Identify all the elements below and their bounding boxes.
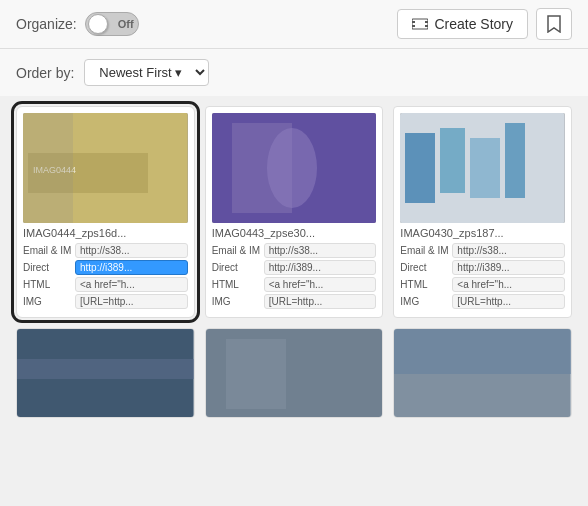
photo-card-3[interactable]: IMAG0430_zps187... Email & IM http://s38… bbox=[393, 106, 572, 318]
svg-rect-0 bbox=[412, 19, 428, 29]
html-row-1: HTML <a href="h... bbox=[23, 277, 188, 292]
svg-rect-13 bbox=[405, 133, 435, 203]
svg-point-11 bbox=[267, 128, 317, 208]
email-im-value-1[interactable]: http://s38... bbox=[75, 243, 188, 258]
html-value-1[interactable]: <a href="h... bbox=[75, 277, 188, 292]
svg-rect-8 bbox=[23, 113, 73, 223]
create-story-button[interactable]: Create Story bbox=[397, 9, 528, 39]
direct-value-2[interactable]: http://i389... bbox=[264, 260, 377, 275]
email-im-value-2[interactable]: http://s38... bbox=[264, 243, 377, 258]
bookmark-icon bbox=[547, 15, 561, 33]
photo-name-3: IMAG0430_zps187... bbox=[400, 227, 565, 239]
photos-grid: IMAG0444 IMAG0444_zps16d... Email & IM h… bbox=[0, 96, 588, 328]
img-row-3: IMG [URL=http... bbox=[400, 294, 565, 309]
bookmark-button[interactable] bbox=[536, 8, 572, 40]
img-row-1: IMG [URL=http... bbox=[23, 294, 188, 309]
direct-label-2: Direct bbox=[212, 262, 264, 273]
html-label-3: HTML bbox=[400, 279, 452, 290]
direct-value-3[interactable]: http://i389... bbox=[452, 260, 565, 275]
thumb-small-1 bbox=[17, 329, 194, 418]
email-im-label-1: Email & IM bbox=[23, 245, 75, 256]
order-select[interactable]: Newest First ▾ Oldest First Name A-Z bbox=[84, 59, 209, 86]
email-im-label-2: Email & IM bbox=[212, 245, 264, 256]
html-label-1: HTML bbox=[23, 279, 75, 290]
thumb-small-3 bbox=[394, 329, 571, 418]
img-label-1: IMG bbox=[23, 296, 75, 307]
svg-rect-4 bbox=[425, 25, 428, 27]
photo-card-small-2[interactable] bbox=[205, 328, 384, 418]
organize-label: Organize: bbox=[16, 16, 77, 32]
email-im-row-1: Email & IM http://s38... bbox=[23, 243, 188, 258]
svg-rect-3 bbox=[425, 21, 428, 23]
photo-card-small-1[interactable] bbox=[16, 328, 195, 418]
img-label-2: IMG bbox=[212, 296, 264, 307]
organize-toggle[interactable]: Off bbox=[85, 12, 139, 36]
html-label-2: HTML bbox=[212, 279, 264, 290]
organize-section: Organize: Off bbox=[16, 12, 139, 36]
photo-card-2[interactable]: IMAG0443_zpse30... Email & IM http://s38… bbox=[205, 106, 384, 318]
toggle-state-label: Off bbox=[118, 18, 134, 30]
html-row-3: HTML <a href="h... bbox=[400, 277, 565, 292]
photo-name-2: IMAG0443_zpse30... bbox=[212, 227, 377, 239]
email-im-row-2: Email & IM http://s38... bbox=[212, 243, 377, 258]
html-value-2[interactable]: <a href="h... bbox=[264, 277, 377, 292]
thumb-small-2 bbox=[206, 329, 383, 418]
photo-thumb-1: IMAG0444 bbox=[23, 113, 188, 223]
order-label: Order by: bbox=[16, 65, 74, 81]
order-bar: Order by: Newest First ▾ Oldest First Na… bbox=[0, 49, 588, 96]
top-buttons: Create Story bbox=[397, 8, 572, 40]
film-icon bbox=[412, 17, 428, 31]
photo-card-1[interactable]: IMAG0444 IMAG0444_zps16d... Email & IM h… bbox=[16, 106, 195, 318]
top-bar: Organize: Off Create Story bbox=[0, 0, 588, 49]
svg-rect-2 bbox=[412, 25, 415, 27]
photo-thumb-3 bbox=[400, 113, 565, 223]
thumb-image-2 bbox=[212, 113, 377, 223]
photo-name-1: IMAG0444_zps16d... bbox=[23, 227, 188, 239]
svg-rect-22 bbox=[394, 329, 571, 374]
toggle-knob bbox=[88, 14, 108, 34]
thumb-image-1: IMAG0444 bbox=[23, 113, 188, 223]
svg-rect-20 bbox=[226, 339, 286, 409]
create-story-label: Create Story bbox=[434, 16, 513, 32]
html-value-3[interactable]: <a href="h... bbox=[452, 277, 565, 292]
svg-rect-15 bbox=[470, 138, 500, 198]
img-row-2: IMG [URL=http... bbox=[212, 294, 377, 309]
direct-label-3: Direct bbox=[400, 262, 452, 273]
photo-card-small-3[interactable] bbox=[393, 328, 572, 418]
email-im-row-3: Email & IM http://s38... bbox=[400, 243, 565, 258]
thumb-image-3 bbox=[400, 113, 565, 223]
img-value-3[interactable]: [URL=http... bbox=[452, 294, 565, 309]
direct-label-1: Direct bbox=[23, 262, 75, 273]
img-value-1[interactable]: [URL=http... bbox=[75, 294, 188, 309]
direct-row-3: Direct http://i389... bbox=[400, 260, 565, 275]
html-row-2: HTML <a href="h... bbox=[212, 277, 377, 292]
img-label-3: IMG bbox=[400, 296, 452, 307]
direct-value-1[interactable]: http://i389... bbox=[75, 260, 188, 275]
photos-row2 bbox=[0, 328, 588, 428]
svg-rect-16 bbox=[505, 123, 525, 198]
email-im-label-3: Email & IM bbox=[400, 245, 452, 256]
direct-row-1: Direct http://i389... bbox=[23, 260, 188, 275]
photo-thumb-2 bbox=[212, 113, 377, 223]
svg-rect-18 bbox=[17, 359, 194, 379]
email-im-value-3[interactable]: http://s38... bbox=[452, 243, 565, 258]
svg-rect-14 bbox=[440, 128, 465, 193]
direct-row-2: Direct http://i389... bbox=[212, 260, 377, 275]
svg-rect-1 bbox=[412, 21, 415, 23]
img-value-2[interactable]: [URL=http... bbox=[264, 294, 377, 309]
